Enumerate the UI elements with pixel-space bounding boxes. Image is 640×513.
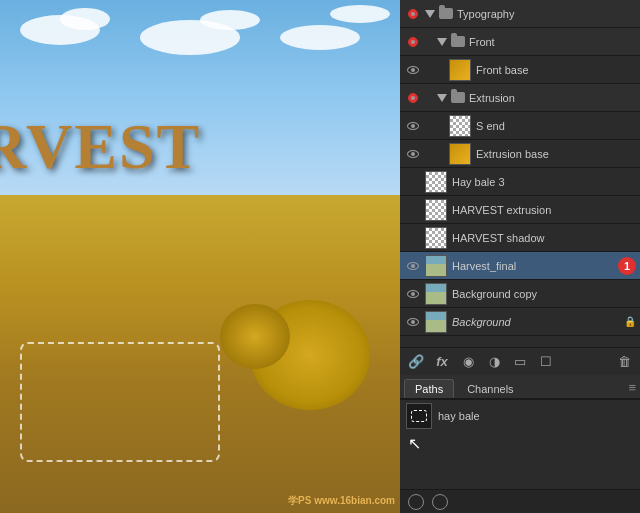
eye-icon-extrusion[interactable] <box>404 89 422 107</box>
layer-label-typography: Typography <box>457 8 636 20</box>
path-label: hay bale <box>438 410 480 422</box>
layer-row-harvest-extrusion[interactable]: HARVEST extrusion <box>400 196 640 224</box>
layer-thumb-harvest-shadow <box>425 227 447 249</box>
path-thumbnail <box>406 403 432 429</box>
cloud <box>280 25 360 50</box>
layer-row-background-copy[interactable]: Background copy <box>400 280 640 308</box>
layer-label-extrusion: Extrusion <box>469 92 636 104</box>
layer-label-front: Front <box>469 36 636 48</box>
eye-icon-hay-bale-3[interactable] <box>404 173 422 191</box>
layer-row-harvest-shadow[interactable]: HARVEST shadow <box>400 224 640 252</box>
tab-paths[interactable]: Paths <box>404 379 454 398</box>
eye-icon-typography[interactable] <box>404 5 422 23</box>
mask-button[interactable]: ◉ <box>458 352 478 372</box>
group-triangle-typography[interactable] <box>425 10 435 18</box>
layer-toolbar: 🔗 fx ◉ ◑ ▭ ☐ 🗑 <box>400 347 640 375</box>
watermark: 学PS www.16bian.com <box>288 494 395 508</box>
folder-icon-extrusion <box>451 92 465 103</box>
folder-button[interactable]: ▭ <box>510 352 530 372</box>
harvest-text: RVEST <box>0 103 201 186</box>
link-button[interactable]: 🔗 <box>406 352 426 372</box>
tab-channels[interactable]: Channels <box>456 379 524 398</box>
eye-icon-s-end[interactable] <box>404 117 422 135</box>
status-circle-1 <box>408 494 424 510</box>
layer-row-front[interactable]: Front <box>400 28 640 56</box>
hay-bale-small <box>220 304 290 369</box>
layers-panel: TypographyFrontFront baseExtrusionS endE… <box>400 0 640 347</box>
layer-thumb-harvest-final <box>425 255 447 277</box>
layer-row-harvest-final[interactable]: Harvest_final1 <box>400 252 640 280</box>
layer-row-background[interactable]: Background🔒 <box>400 308 640 336</box>
cloud <box>200 10 260 30</box>
eye-icon-extrusion-base[interactable] <box>404 145 422 163</box>
layer-label-s-end: S end <box>476 120 636 132</box>
layer-row-extrusion[interactable]: Extrusion <box>400 84 640 112</box>
right-panel: TypographyFrontFront baseExtrusionS endE… <box>400 0 640 513</box>
group-triangle-extrusion[interactable] <box>437 94 447 102</box>
layer-thumb-background <box>425 311 447 333</box>
cursor-row: ↖ <box>400 434 640 453</box>
eye-icon-harvest-shadow[interactable] <box>404 229 422 247</box>
new-layer-button[interactable]: ☐ <box>536 352 556 372</box>
selection-box <box>20 342 220 462</box>
layer-row-typography[interactable]: Typography <box>400 0 640 28</box>
layer-label-harvest-shadow: HARVEST shadow <box>452 232 636 244</box>
badge-harvest-final: 1 <box>618 257 636 275</box>
lock-icon-background: 🔒 <box>624 316 636 328</box>
eye-icon-front[interactable] <box>404 33 422 51</box>
status-circle-2 <box>432 494 448 510</box>
layer-row-front-base[interactable]: Front base <box>400 56 640 84</box>
layer-label-hay-bale-3: Hay bale 3 <box>452 176 636 188</box>
layer-label-extrusion-base: Extrusion base <box>476 148 636 160</box>
layer-thumb-hay-bale-3 <box>425 171 447 193</box>
delete-button[interactable]: 🗑 <box>614 352 634 372</box>
layer-thumb-background-copy <box>425 283 447 305</box>
layer-label-harvest-final: Harvest_final <box>452 260 615 272</box>
tabs-bar: Paths Channels ≡ <box>400 375 640 399</box>
eye-icon-harvest-final[interactable] <box>404 257 422 275</box>
layer-thumb-harvest-extrusion <box>425 199 447 221</box>
layer-row-hay-bale-3[interactable]: Hay bale 3 <box>400 168 640 196</box>
layer-row-s-end[interactable]: S end <box>400 112 640 140</box>
layer-thumb-s-end <box>449 115 471 137</box>
tab-options-icon[interactable]: ≡ <box>628 380 636 398</box>
group-triangle-front[interactable] <box>437 38 447 46</box>
status-bar <box>400 489 640 513</box>
eye-icon-background[interactable] <box>404 313 422 331</box>
path-row-hay-bale[interactable]: hay bale <box>400 400 640 432</box>
cloud <box>330 5 390 23</box>
eye-icon-background-copy[interactable] <box>404 285 422 303</box>
layer-label-front-base: Front base <box>476 64 636 76</box>
layer-thumb-extrusion-base <box>449 143 471 165</box>
path-shape-icon <box>411 410 427 422</box>
eye-icon-harvest-extrusion[interactable] <box>404 201 422 219</box>
layer-label-harvest-extrusion: HARVEST extrusion <box>452 204 636 216</box>
paths-panel: hay bale ↖ <box>400 399 640 489</box>
folder-icon-front <box>451 36 465 47</box>
adjustment-button[interactable]: ◑ <box>484 352 504 372</box>
layer-row-extrusion-base[interactable]: Extrusion base <box>400 140 640 168</box>
layer-thumb-front-base <box>449 59 471 81</box>
fx-button[interactable]: fx <box>432 352 452 372</box>
layer-label-background: Background <box>452 316 624 328</box>
layer-label-background-copy: Background copy <box>452 288 636 300</box>
folder-icon-typography <box>439 8 453 19</box>
eye-icon-front-base[interactable] <box>404 61 422 79</box>
canvas-area: RVEST 学PS www.16bian.com <box>0 0 400 513</box>
cursor-icon: ↖ <box>408 435 421 452</box>
cloud <box>60 8 110 30</box>
